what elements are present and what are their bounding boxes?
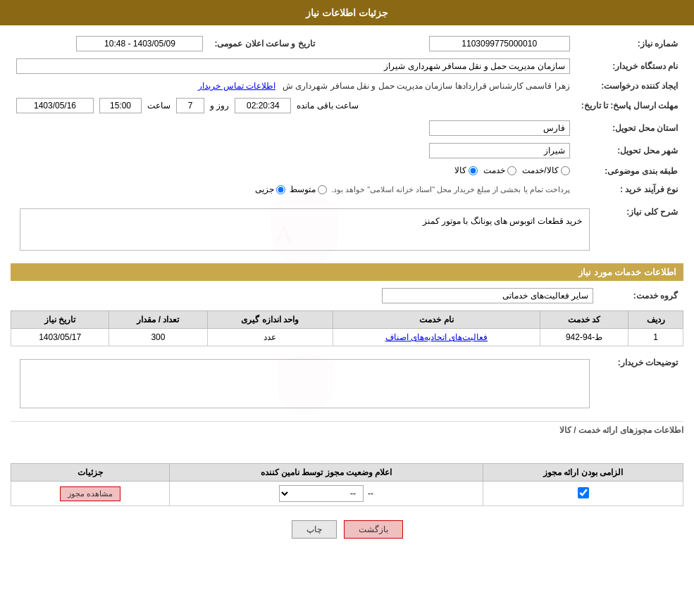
buyer-notes-box (20, 359, 590, 408)
services-table: ردیف کد خدمت نام خدمت واحد اندازه گیری ت… (11, 310, 683, 346)
col-header-unit: واحد اندازه گیری (207, 311, 333, 329)
cell-unit-1: عدد (207, 329, 333, 346)
category-option-both[interactable]: کالا/خدمت (522, 165, 569, 175)
response-days-input[interactable] (176, 98, 204, 113)
purchase-type-note: پرداخت تمام یا بخشی از مبلغ خریدار محل "… (331, 185, 570, 194)
purchase-type-label: نوع فرآیند خرید : (576, 181, 683, 199)
main-content: شماره نیاز: تاریخ و ساعت اعلان عمومی: نا… (0, 25, 694, 556)
license-table: الزامی بودن ارائه مجوز اعلام وضعیت مجوز … (11, 463, 683, 506)
datetime-value (11, 32, 209, 55)
col-header-name: نام خدمت (333, 311, 540, 329)
city-value (11, 139, 576, 162)
col-header-code: کد خدمت (540, 311, 628, 329)
datetime-label: تاریخ و ساعت اعلان عمومی: (209, 32, 335, 55)
back-button[interactable]: بازگشت (344, 520, 403, 539)
license-info-label: اطلاعات مجوزهای ارائه خدمت / کالا (11, 421, 683, 439)
datetime-input[interactable] (76, 36, 203, 51)
license-col-details: جزئیات (11, 464, 170, 482)
buyer-notes-value (11, 352, 599, 415)
bottom-buttons: بازگشت چاپ (11, 510, 683, 549)
license-row: -- -- مشاهده مجوز (11, 482, 683, 506)
watermark-shield-icon: A (263, 187, 347, 272)
general-desc-section: شرح کلی نیاز: A خرید قطعات اتوبوس های یو… (11, 201, 683, 258)
col-header-row: ردیف (628, 311, 683, 329)
general-desc-text: خرید قطعات اتوبوس های یونانگ با موتور کم… (24, 213, 585, 230)
service-group-table: گروه خدمت: (11, 284, 683, 307)
license-status-text: -- (368, 489, 373, 498)
print-button[interactable]: چاپ (292, 520, 337, 539)
buyer-notes-watermark-icon (270, 348, 340, 419)
general-desc-table: شرح کلی نیاز: A خرید قطعات اتوبوس های یو… (11, 201, 683, 258)
page-header: جزئیات اطلاعات نیاز (0, 0, 694, 25)
cell-quantity-1: 300 (109, 329, 207, 346)
license-status-row: -- -- (175, 485, 477, 502)
cell-name-1: فعالیت‌های اتحادیه‌های اصناف (333, 329, 540, 346)
buyer-org-input[interactable] (16, 58, 570, 74)
response-days-label: روز و (210, 101, 229, 111)
main-form-table: شماره نیاز: تاریخ و ساعت اعلان عمومی: نا… (11, 32, 683, 198)
page-title: جزئیات اطلاعات نیاز (306, 7, 388, 18)
need-number-value (357, 32, 575, 55)
service-group-label: گروه خدمت: (599, 284, 683, 307)
province-input[interactable] (429, 120, 570, 136)
creator-value: زهرا قاسمی کارشناس قراردادها سازمان مدیر… (11, 77, 576, 94)
license-col-required: الزامی بودن ارائه مجوز (483, 464, 683, 482)
license-col-status: اعلام وضعیت مجوز توسط نامین کننده (170, 464, 483, 482)
response-date-input[interactable] (16, 98, 94, 113)
city-input[interactable] (429, 143, 570, 158)
need-number-input[interactable] (429, 36, 570, 51)
service-group-value (11, 284, 599, 307)
buyer-notes-label: توضیحات خریدار: (599, 352, 683, 415)
buyer-org-label: نام دستگاه خریدار: (576, 55, 683, 77)
service-group-input[interactable] (382, 288, 593, 303)
license-required-checkbox[interactable] (578, 487, 589, 498)
response-deadline-label: مهلت ارسال پاسخ: تا تاریخ: (576, 94, 683, 117)
creator-text: زهرا قاسمی کارشناس قراردادها سازمان مدیر… (283, 81, 570, 91)
response-time-label: ساعت (147, 101, 171, 111)
buyer-notes-table: توضیحات خریدار: (11, 352, 683, 415)
license-required-cell (483, 482, 683, 506)
category-option-service[interactable]: خدمت (483, 165, 516, 175)
cell-date-1: 1403/05/17 (11, 329, 109, 346)
page-wrapper: جزئیات اطلاعات نیاز شماره نیاز: تاریخ و … (0, 0, 694, 616)
general-desc-value: A خرید قطعات اتوبوس های یونانگ با موتور … (11, 201, 599, 258)
services-section-header: اطلاعات خدمات مورد نیاز (11, 263, 683, 281)
cell-code-1: ط-94-942 (540, 329, 628, 346)
license-details-cell: مشاهده مجوز (11, 482, 170, 506)
need-number-label: شماره نیاز: (576, 32, 683, 55)
col-header-date: تاریخ نیاز (11, 311, 109, 329)
category-label: طبقه بندی موضوعی: (576, 162, 683, 181)
city-label: شهر محل تحویل: (576, 139, 683, 162)
category-service-label: خدمت (483, 165, 505, 175)
category-goods-label: کالا (454, 165, 466, 175)
response-time-input[interactable] (99, 98, 142, 113)
cell-row-1: 1 (628, 329, 683, 346)
contact-info-link[interactable]: اطلاعات تماس خریدار (198, 81, 275, 91)
category-both-label: کالا/خدمت (522, 165, 558, 175)
service-name-link[interactable]: فعالیت‌های اتحادیه‌های اصناف (385, 332, 488, 342)
table-row: 1 ط-94-942 فعالیت‌های اتحادیه‌های اصناف … (11, 329, 683, 346)
creator-label: ایجاد کننده درخواست: (576, 77, 683, 94)
license-status-select[interactable]: -- (279, 485, 364, 502)
category-row: کالا/خدمت خدمت کالا (11, 162, 576, 181)
col-header-quantity: تعداد / مقدار (109, 311, 207, 329)
remaining-time-label: ساعت باقی مانده (297, 101, 359, 111)
category-option-goods[interactable]: کالا (454, 165, 478, 175)
general-desc-label: شرح کلی نیاز: (599, 201, 683, 258)
buyer-org-value (11, 55, 576, 77)
province-value (11, 117, 576, 139)
province-label: استان محل تحویل: (576, 117, 683, 139)
view-license-button[interactable]: مشاهده مجوز (60, 486, 120, 501)
response-deadline-row: ساعت باقی مانده روز و ساعت (11, 94, 576, 117)
license-status-cell: -- -- (170, 482, 483, 506)
general-desc-box: A خرید قطعات اتوبوس های یونانگ با موتور … (20, 208, 590, 251)
remaining-time-input[interactable] (235, 98, 291, 113)
